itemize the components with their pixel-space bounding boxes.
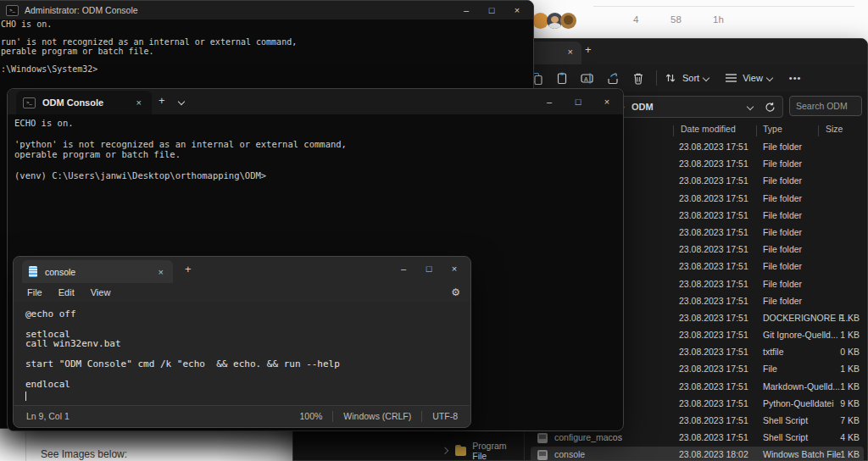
encoding[interactable]: UTF-8 bbox=[432, 411, 458, 421]
sort-button[interactable]: Sort bbox=[682, 73, 699, 83]
sort-icon[interactable] bbox=[662, 68, 679, 88]
table-row[interactable]: configure_macos23.08.2023 17:51Shell Scr… bbox=[531, 430, 864, 447]
minimize-button[interactable]: – bbox=[535, 91, 564, 113]
file-type: Shell Script bbox=[763, 415, 808, 425]
refresh-icon[interactable] bbox=[765, 102, 776, 113]
file-size: 1 KB bbox=[826, 381, 860, 392]
line-ending[interactable]: Windows (CRLF) bbox=[343, 411, 411, 421]
date-modified: 23.08.2023 17:51 bbox=[679, 210, 748, 220]
close-button[interactable]: × bbox=[442, 259, 467, 278]
notepad-statusbar: Ln 9, Col 1 100% Windows (CRLF) UTF-8 bbox=[14, 405, 470, 426]
notepad-editor[interactable]: @echo offsetlocalcall win32env.batstart … bbox=[14, 302, 470, 405]
file-size: 9 KB bbox=[826, 398, 860, 408]
date-modified: 23.08.2023 17:51 bbox=[679, 279, 748, 289]
maximize-button[interactable]: □ bbox=[416, 259, 442, 278]
close-tab-icon[interactable]: × bbox=[568, 47, 573, 57]
sidebar-item-program-file[interactable]: Program File bbox=[442, 442, 519, 459]
date-modified: 23.08.2023 17:51 bbox=[679, 364, 748, 374]
date-modified: 23.08.2023 17:51 bbox=[679, 261, 748, 271]
terminal-tab[interactable]: >_ ODM Console × bbox=[16, 91, 152, 114]
search-input[interactable] bbox=[789, 96, 862, 116]
date-modified: 23.08.2023 17:51 bbox=[679, 313, 748, 323]
tab-title: ODM Console bbox=[42, 97, 133, 108]
close-tab-icon[interactable]: × bbox=[133, 97, 145, 108]
odm-console-titlebar[interactable]: >_ ODM Console × + – □ × bbox=[8, 89, 623, 114]
menu-edit[interactable]: Edit bbox=[58, 287, 75, 297]
file-type: File folder bbox=[763, 142, 802, 152]
cmd-icon: >_ bbox=[23, 97, 36, 108]
divider bbox=[593, 6, 854, 7]
date-modified: 23.08.2023 17:51 bbox=[679, 158, 748, 169]
column-size[interactable]: Size bbox=[826, 124, 843, 134]
column-divider bbox=[673, 125, 674, 136]
column-date-modified[interactable]: Date modified bbox=[681, 124, 736, 134]
admin-console-titlebar[interactable]: >_ Administrator: ODM Console – □ × bbox=[0, 1, 533, 19]
chevron-down-icon bbox=[703, 75, 709, 81]
file-size: 7 KB bbox=[826, 415, 860, 425]
notepad-file-icon bbox=[29, 266, 37, 277]
activity-time: 1h bbox=[713, 14, 724, 25]
text-line bbox=[25, 369, 470, 380]
rename-icon[interactable]: A bbox=[575, 68, 600, 88]
new-tab-button[interactable]: + bbox=[185, 263, 192, 275]
file-size: 1 KB bbox=[826, 313, 860, 323]
file-icon bbox=[537, 433, 548, 443]
date-modified: 23.08.2023 17:51 bbox=[679, 175, 748, 186]
view-button[interactable]: View bbox=[743, 73, 763, 83]
date-modified: 23.08.2023 17:51 bbox=[679, 142, 748, 152]
avatar[interactable] bbox=[560, 13, 576, 29]
file-type: File folder bbox=[763, 261, 802, 271]
minimize-button[interactable]: – bbox=[391, 259, 416, 278]
file-type: File bbox=[763, 364, 777, 374]
file-type: File folder bbox=[763, 175, 802, 186]
more-options-button[interactable]: ••• bbox=[789, 73, 802, 83]
notepad-menubar: File Edit View ⚙ bbox=[14, 283, 470, 302]
zoom-level[interactable]: 100% bbox=[299, 411, 322, 421]
notepad-tab[interactable]: console × bbox=[22, 260, 173, 283]
text-line: :\Windows\System32> bbox=[1, 65, 530, 75]
maximize-button[interactable]: □ bbox=[479, 1, 504, 19]
close-button[interactable]: × bbox=[504, 1, 530, 19]
window-title: Administrator: ODM Console bbox=[25, 5, 138, 15]
file-type: txtfile bbox=[763, 347, 784, 357]
close-tab-icon[interactable]: × bbox=[156, 267, 166, 277]
table-row[interactable]: console23.08.2023 18:02Windows Batch Fil… bbox=[531, 447, 864, 460]
tab-dropdown-icon[interactable] bbox=[178, 98, 185, 105]
text-line: 'python' is not recognized as an interna… bbox=[14, 139, 618, 149]
notepad-titlebar[interactable]: console × + – □ × bbox=[14, 257, 470, 283]
delete-icon[interactable] bbox=[626, 68, 651, 88]
view-icon[interactable] bbox=[722, 68, 739, 88]
text-line: @echo off bbox=[25, 309, 470, 319]
text-line: operable program or batch file. bbox=[14, 149, 618, 159]
breadcrumb[interactable]: ODM bbox=[632, 102, 654, 112]
file-type: File folder bbox=[763, 158, 802, 169]
menu-view[interactable]: View bbox=[91, 287, 111, 297]
text-line bbox=[14, 128, 618, 138]
new-tab-button[interactable]: + bbox=[585, 43, 592, 56]
file-name: configure_macos bbox=[554, 432, 622, 442]
close-button[interactable]: × bbox=[593, 91, 621, 113]
avatar-detail bbox=[564, 15, 573, 25]
maximize-button[interactable]: □ bbox=[564, 91, 593, 113]
avatar-face bbox=[551, 16, 559, 23]
address-dropdown-icon[interactable] bbox=[747, 103, 754, 110]
date-modified: 23.08.2023 17:51 bbox=[679, 432, 748, 442]
replies-count: 4 bbox=[633, 14, 638, 25]
file-type: Python-Quelldatei bbox=[763, 398, 833, 408]
menu-file[interactable]: File bbox=[27, 287, 42, 297]
date-modified: 23.08.2023 17:51 bbox=[679, 347, 748, 357]
toolbar-divider bbox=[656, 70, 657, 86]
file-size: 1 KB bbox=[826, 449, 860, 459]
expand-chevron-icon[interactable] bbox=[442, 447, 448, 454]
settings-gear-icon[interactable]: ⚙ bbox=[451, 283, 460, 302]
minimize-button[interactable]: – bbox=[453, 1, 479, 19]
views-count: 58 bbox=[670, 14, 682, 25]
paste-icon[interactable] bbox=[549, 68, 575, 88]
share-icon[interactable] bbox=[600, 68, 626, 88]
new-tab-button[interactable]: + bbox=[159, 94, 165, 107]
file-size: 0 KB bbox=[826, 347, 860, 357]
date-modified: 23.08.2023 17:51 bbox=[679, 244, 748, 254]
date-modified: 23.08.2023 17:51 bbox=[679, 227, 748, 237]
column-divider bbox=[818, 125, 819, 136]
column-type[interactable]: Type bbox=[763, 124, 782, 134]
